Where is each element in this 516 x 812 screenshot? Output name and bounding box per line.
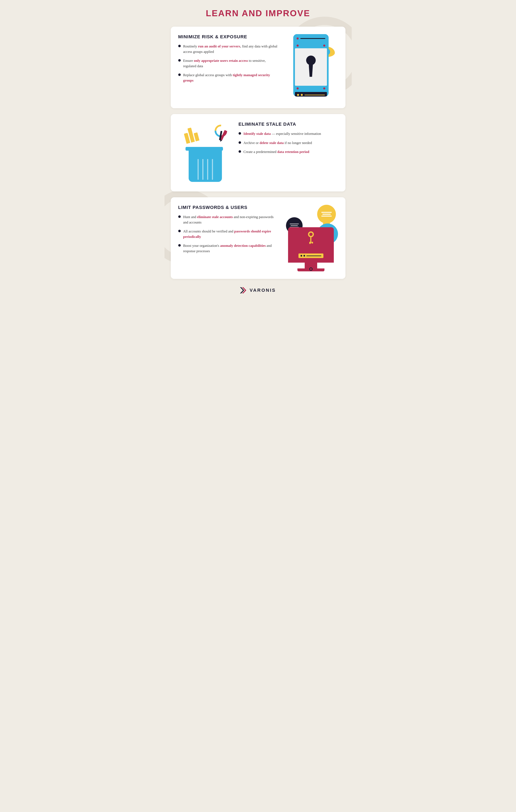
phone-top-bar xyxy=(293,34,329,43)
phone-dots-row xyxy=(293,43,329,48)
key-head xyxy=(308,231,314,237)
phone-body xyxy=(293,34,329,96)
list-item: Archive or delete stale data if no longe… xyxy=(239,140,338,146)
section2-illustration xyxy=(178,121,232,184)
password-bar-dark xyxy=(295,92,327,96)
trash-line xyxy=(212,159,213,180)
key-tooth xyxy=(309,242,311,244)
phone-icon xyxy=(287,34,335,101)
users-icon xyxy=(284,205,338,271)
section3-text: LIMIT PASSWORDS & USERS Hunt and elimina… xyxy=(178,205,278,257)
phone-dot-bl xyxy=(297,87,299,89)
phone-screen xyxy=(295,48,327,86)
monitor xyxy=(288,227,334,271)
monitor-base xyxy=(297,268,325,271)
varonis-logo: VARONIS xyxy=(240,287,276,293)
monitor-circle xyxy=(309,267,312,271)
list-item: Create a predetermined data retention pe… xyxy=(239,149,338,155)
section3-bullets: Hunt and eliminate stale accounts and no… xyxy=(178,214,278,254)
highlight-text: eliminate stale accounts xyxy=(197,215,233,219)
bullet-text: Create a predetermined data retention pe… xyxy=(244,149,309,155)
section-eliminate-stale: ELIMINATE STALE DATA Identify stale data… xyxy=(171,114,345,192)
list-item: Boost your organization's anomaly detect… xyxy=(178,243,278,254)
pw-dot xyxy=(301,255,302,257)
logo-chevrons-svg xyxy=(240,287,247,293)
trash-lines xyxy=(198,159,213,180)
bullet-text: Archive or delete stale data if no longe… xyxy=(244,140,312,146)
section3-heading: LIMIT PASSWORDS & USERS xyxy=(178,205,278,210)
bubble-line xyxy=(322,214,331,215)
highlight-text: delete stale data xyxy=(260,141,284,145)
section-limit-passwords: LIMIT PASSWORDS & USERS Hunt and elimina… xyxy=(171,197,345,279)
list-item: Routinely run an audit of your servers, … xyxy=(178,44,278,54)
trash-line xyxy=(202,159,204,180)
trash-lid xyxy=(185,147,223,151)
list-item: Hunt and eliminate stale accounts and no… xyxy=(178,214,278,225)
highlight-text: tightly managed security groups xyxy=(183,73,270,82)
phone-dot-left xyxy=(297,45,299,47)
section1-heading: MINIMIZE RISK & EXPOSURE xyxy=(178,34,278,39)
list-item: Replace global access groups with tightl… xyxy=(178,72,278,83)
highlight-text: data retention period xyxy=(277,150,309,154)
bullet-text: Hunt and eliminate stale accounts and no… xyxy=(183,214,278,225)
section2-heading: ELIMINATE STALE DATA xyxy=(239,121,338,127)
section1-bullets: Routinely run an audit of your servers, … xyxy=(178,44,278,83)
trash-can xyxy=(188,147,223,182)
bullet-dot xyxy=(178,45,181,47)
section-minimize-risk: MINIMIZE RISK & EXPOSURE Routinely run a… xyxy=(171,27,345,108)
bullet-text: All accounts should be verified and pass… xyxy=(183,229,278,239)
bullet-dot xyxy=(178,230,181,232)
phone-dot-br xyxy=(323,87,325,89)
key-teeth xyxy=(308,242,314,244)
bullet-dot xyxy=(239,132,241,135)
bullet-text: Replace global access groups with tightl… xyxy=(183,72,278,83)
user-bubble-yellow xyxy=(317,205,336,224)
highlight-text: passwords should expire periodically xyxy=(183,229,271,239)
bubble-line xyxy=(290,224,299,224)
trash-body xyxy=(189,151,222,182)
list-item: Identify stale data — especially sensiti… xyxy=(239,131,338,137)
section1-text: MINIMIZE RISK & EXPOSURE Routinely run a… xyxy=(178,34,278,87)
monitor-password-bar xyxy=(299,254,324,258)
section1-illustration xyxy=(284,34,338,101)
keyhole-circle xyxy=(306,56,316,65)
bar-chart-icon xyxy=(183,126,200,144)
pass-star xyxy=(301,94,303,96)
bullet-dot xyxy=(239,141,241,144)
highlight-text: run an audit of your servers xyxy=(198,44,240,48)
key-icon xyxy=(308,231,314,244)
brand-name: VARONIS xyxy=(250,288,276,293)
list-item: All accounts should be verified and pass… xyxy=(178,229,278,239)
chevrons-icon xyxy=(240,287,247,293)
person-head xyxy=(324,217,329,222)
section2-bullets: Identify stale data — especially sensiti… xyxy=(239,131,338,155)
bullet-text: Routinely run an audit of your servers, … xyxy=(183,44,278,54)
page-title: LEARN AND IMPROVE xyxy=(171,8,345,18)
list-item: Ensure only appropriate users retain acc… xyxy=(178,58,278,69)
key-tooth xyxy=(311,242,313,243)
bullet-text: Identify stale data — especially sensiti… xyxy=(244,131,321,137)
bullet-dot xyxy=(239,150,241,153)
monitor-screen xyxy=(288,227,334,263)
bullet-dot xyxy=(178,215,181,218)
bullet-dot xyxy=(178,74,181,76)
bubble-line xyxy=(321,212,332,213)
section3-illustration xyxy=(284,205,338,271)
footer: VARONIS xyxy=(171,287,345,293)
highlight-text: only appropriate users retain access xyxy=(194,59,248,63)
bubble-line xyxy=(291,225,298,226)
highlight-text: Identify stale data xyxy=(244,132,271,136)
bullet-dot xyxy=(178,59,181,62)
phone-line xyxy=(300,38,325,39)
pw-dot xyxy=(303,255,305,257)
bullet-text: Boost your organization's anomaly detect… xyxy=(183,243,278,254)
bullet-dot xyxy=(178,244,181,246)
keyhole-stem xyxy=(309,64,313,77)
pass-line xyxy=(304,95,325,95)
section2-text: ELIMINATE STALE DATA Identify stale data… xyxy=(239,121,338,158)
highlight-text: anomaly detection capabilities xyxy=(220,244,266,248)
trash-line xyxy=(198,159,199,180)
phone-dot-right xyxy=(323,45,325,47)
keyhole-icon xyxy=(304,56,318,79)
phone-dot xyxy=(297,37,299,39)
